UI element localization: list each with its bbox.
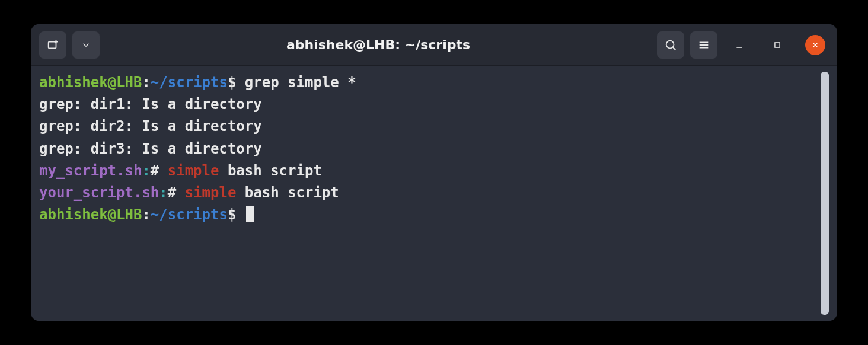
prompt-sigil: $ [228,206,236,223]
maximize-button[interactable] [767,35,787,55]
tab-dropdown-button[interactable] [72,31,100,59]
prompt-sigil: $ [228,74,236,91]
svg-rect-2 [775,42,780,47]
grep-after: bash script [219,162,321,179]
chevron-down-icon [81,40,91,50]
svg-rect-0 [49,41,56,48]
terminal-window: abhishek@LHB: ~/scripts abhishek@LHB:~/s… [31,24,837,321]
terminal-output: abhishek@LHB:~/scripts$ grep simple * gr… [39,72,816,315]
grep-before: # [151,162,168,179]
grep-match: simple [185,184,237,201]
new-tab-icon [46,39,59,52]
prompt-sep: : [142,206,150,223]
grep-sep: : [159,184,167,201]
prompt-sep: : [142,74,150,91]
maximize-icon [773,41,781,49]
window-controls [729,35,825,55]
svg-point-1 [666,40,674,48]
search-icon [664,39,677,52]
search-button[interactable] [657,31,684,59]
grep-filename: my_script.sh [39,162,142,179]
titlebar: abhishek@LHB: ~/scripts [31,24,837,66]
window-title: abhishek@LHB: ~/scripts [106,37,651,52]
grep-after: bash script [236,184,339,201]
prompt-path: ~/scripts [151,74,228,91]
new-tab-button[interactable] [39,31,66,59]
terminal-area[interactable]: abhishek@LHB:~/scripts$ grep simple * gr… [31,66,837,321]
output-line: grep: dir2: Is a directory [39,118,262,135]
scrollbar[interactable] [821,72,829,315]
hamburger-icon [697,39,710,52]
menu-button[interactable] [690,31,717,59]
grep-match: simple [168,162,219,179]
close-icon [811,41,819,49]
close-button[interactable] [805,35,825,55]
output-line: grep: dir3: Is a directory [39,140,262,157]
cursor [246,206,254,222]
prompt-path: ~/scripts [151,206,228,223]
minimize-button[interactable] [729,35,749,55]
output-line: grep: dir1: Is a directory [39,96,262,113]
prompt-user-host: abhishek@LHB [39,74,142,91]
minimize-icon [735,40,744,50]
grep-sep: : [142,162,150,179]
prompt-user-host: abhishek@LHB [39,206,142,223]
grep-filename: your_script.sh [39,184,159,201]
command-text: grep simple * [236,74,356,91]
grep-before: # [168,184,185,201]
